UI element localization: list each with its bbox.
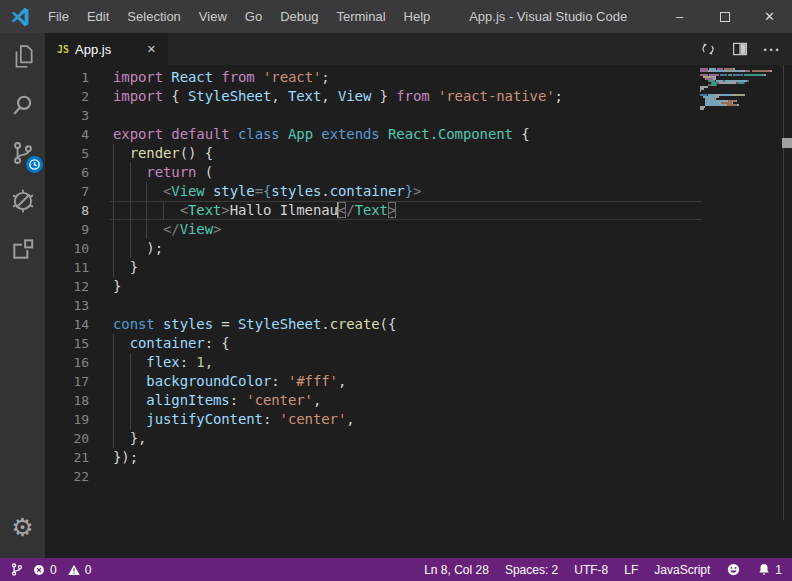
activity-search-button[interactable] <box>0 81 45 129</box>
line-number[interactable]: 14 <box>45 315 89 334</box>
code-line-21[interactable]: 21}); <box>45 448 792 467</box>
code-line-11[interactable]: 11 } <box>45 258 792 277</box>
code-editor[interactable]: 1import React from 'react';2import { Sty… <box>45 65 792 558</box>
settings-gear-icon[interactable]: ⚙ <box>0 510 45 544</box>
indent-guide <box>113 144 114 163</box>
line-number[interactable]: 3 <box>45 106 89 125</box>
minimap[interactable] <box>700 68 776 112</box>
code-line-15[interactable]: 15 container: { <box>45 334 792 353</box>
tab-appjs[interactable]: JS App.js ✕ <box>45 33 168 65</box>
minimize-button[interactable]: – <box>657 0 702 33</box>
line-number[interactable]: 12 <box>45 277 89 296</box>
line-number[interactable]: 21 <box>45 448 89 467</box>
maximize-button[interactable] <box>702 0 747 33</box>
code-line-8[interactable]: 8 <Text>Hallo Ilmenau</Text> <box>45 201 792 220</box>
menu-view[interactable]: View <box>190 0 236 33</box>
menu-go[interactable]: Go <box>236 0 271 33</box>
menu-terminal[interactable]: Terminal <box>327 0 394 33</box>
code-line-2[interactable]: 2import { StyleSheet, Text, View } from … <box>45 87 792 106</box>
code-line-6[interactable]: 6 return ( <box>45 163 792 182</box>
activity-explorer-button[interactable] <box>0 33 45 81</box>
encoding-status[interactable]: UTF-8 <box>574 563 608 577</box>
code-line-10[interactable]: 10 ); <box>45 239 792 258</box>
cursor-position-status[interactable]: Ln 8, Col 28 <box>424 563 489 577</box>
line-number[interactable]: 6 <box>45 163 89 182</box>
line-number[interactable]: 7 <box>45 182 89 201</box>
line-number[interactable]: 16 <box>45 353 89 372</box>
activity-extensions-button[interactable] <box>0 225 45 273</box>
code-line-20[interactable]: 20 }, <box>45 429 792 448</box>
code-line-18[interactable]: 18 alignItems: 'center', <box>45 391 792 410</box>
menu-file[interactable]: File <box>39 0 78 33</box>
line-number[interactable]: 4 <box>45 125 89 144</box>
code-text: <Text>Hallo Ilmenau</Text> <box>113 201 396 220</box>
code-line-9[interactable]: 9 </View> <box>45 220 792 239</box>
branch-status-button[interactable] <box>10 562 24 577</box>
line-number[interactable]: 15 <box>45 334 89 353</box>
line-number[interactable]: 10 <box>45 239 89 258</box>
code-line-17[interactable]: 17 backgroundColor: '#fff', <box>45 372 792 391</box>
line-number[interactable]: 22 <box>45 467 89 486</box>
tab-label: App.js <box>75 42 143 57</box>
code-line-22[interactable]: 22 <box>45 467 792 486</box>
eol-status[interactable]: LF <box>624 563 638 577</box>
line-number[interactable]: 11 <box>45 258 89 277</box>
code-lines: 1import React from 'react';2import { Sty… <box>45 68 792 486</box>
maximize-icon <box>720 12 730 22</box>
indent-guide <box>146 220 147 239</box>
line-number[interactable]: 18 <box>45 391 89 410</box>
code-line-16[interactable]: 16 flex: 1, <box>45 353 792 372</box>
overview-cursor-marker <box>782 138 792 148</box>
line-number[interactable]: 13 <box>45 296 89 315</box>
code-text: import { StyleSheet, Text, View } from '… <box>113 87 563 106</box>
line-number[interactable]: 20 <box>45 429 89 448</box>
code-line-5[interactable]: 5 render() { <box>45 144 792 163</box>
more-actions-button[interactable]: ··· <box>760 37 784 61</box>
feedback-button[interactable] <box>726 562 741 577</box>
code-line-19[interactable]: 19 justifyContent: 'center', <box>45 410 792 429</box>
close-button[interactable]: ✕ <box>747 0 792 33</box>
code-line-12[interactable]: 12} <box>45 277 792 296</box>
split-editor-button[interactable] <box>728 37 752 61</box>
menu-selection[interactable]: Selection <box>118 0 189 33</box>
line-number[interactable]: 8 <box>45 201 89 220</box>
notifications-button[interactable]: 1 <box>757 562 782 577</box>
code-line-4[interactable]: 4export default class App extends React.… <box>45 125 792 144</box>
code-line-1[interactable]: 1import React from 'react'; <box>45 68 792 87</box>
code-text: export default class App extends React.C… <box>113 125 530 144</box>
activity-source-control-button[interactable] <box>0 129 45 177</box>
sync-changes-button[interactable] <box>696 37 720 61</box>
menu-help[interactable]: Help <box>395 0 440 33</box>
line-number[interactable]: 5 <box>45 144 89 163</box>
line-number[interactable]: 17 <box>45 372 89 391</box>
vscode-window: { "title_bar": { "menus": ["File", "Edit… <box>0 0 792 581</box>
warnings-status: 0 <box>67 563 92 577</box>
line-number[interactable]: 2 <box>45 87 89 106</box>
line-number[interactable]: 19 <box>45 410 89 429</box>
minimap-line <box>700 110 776 112</box>
indent-guide <box>130 163 131 182</box>
menu-debug[interactable]: Debug <box>271 0 327 33</box>
code-text: } <box>113 258 138 277</box>
indent-guide <box>113 182 114 201</box>
code-line-13[interactable]: 13 <box>45 296 792 315</box>
code-text: } <box>113 277 121 296</box>
activity-debug-button[interactable] <box>0 177 45 225</box>
tab-close-icon[interactable]: ✕ <box>143 41 160 58</box>
overview-ruler <box>783 65 784 520</box>
problems-status-button[interactable]: 0 0 <box>32 563 91 577</box>
editor-actions: ··· <box>696 33 792 65</box>
code-line-14[interactable]: 14const styles = StyleSheet.create({ <box>45 315 792 334</box>
line-number[interactable]: 1 <box>45 68 89 87</box>
language-mode-status[interactable]: JavaScript <box>654 563 710 577</box>
menu-edit[interactable]: Edit <box>78 0 118 33</box>
code-line-3[interactable]: 3 <box>45 106 792 125</box>
indent-guide <box>113 258 114 277</box>
code-line-7[interactable]: 7 <View style={styles.container}> <box>45 182 792 201</box>
window-controls: – ✕ <box>657 0 792 33</box>
indentation-status[interactable]: Spaces: 2 <box>505 563 558 577</box>
indent-guide <box>113 201 114 220</box>
line-number[interactable]: 9 <box>45 220 89 239</box>
clock-icon <box>28 158 41 171</box>
status-bar: 0 0 Ln 8, Col 28 Spaces: 2 UTF-8 LF Java… <box>0 558 792 581</box>
